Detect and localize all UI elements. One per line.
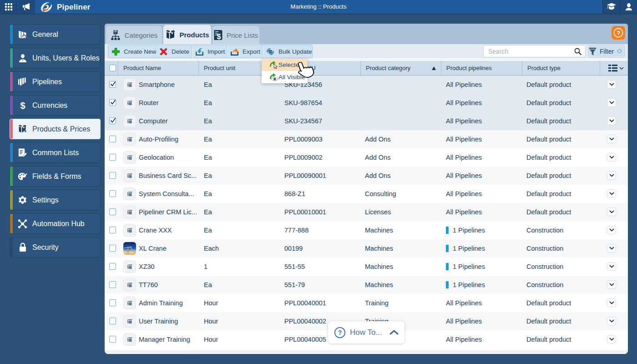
svg-text:$: $ bbox=[217, 33, 221, 40]
svg-text:$: $ bbox=[20, 101, 25, 111]
svg-text:?: ? bbox=[617, 30, 620, 36]
svg-text:?: ? bbox=[338, 329, 342, 336]
